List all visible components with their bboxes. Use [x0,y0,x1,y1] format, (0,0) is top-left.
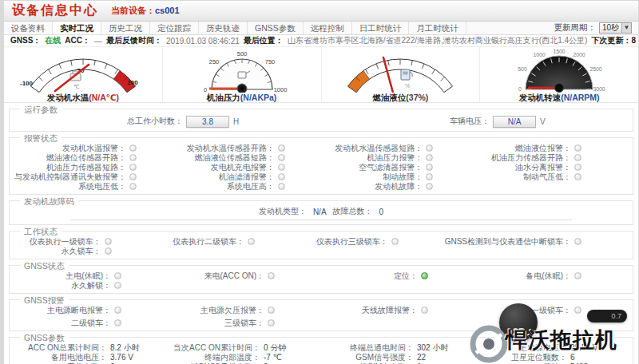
led-icon [129,144,137,152]
fuel-level-gauge-icon: % [326,48,474,93]
tab-daily-hours[interactable]: 日工时统计 [352,22,410,34]
oil-pressure-gauge-icon: 0 250 500 750 1000 [168,48,316,93]
section-title: 运行参数 [20,105,62,116]
section-alarm-status: 报警状态 发动机水温报警： 发动机水温传感器开路： 发动机水温传感器短路： 燃油… [9,137,633,195]
led-icon [114,272,121,279]
gnss-param: ACC ON总累计时间：8.2 小时 [14,343,168,352]
total-work-hours-value: 3.8 [186,116,229,128]
gauge-row: -100 50 200 ℃ 发动机水温(N/A℃) [4,47,638,103]
led-icon [574,144,581,152]
gnss-status-item: 来电(ACC ON)： [168,271,321,280]
svg-text:1500: 1500 [554,49,566,54]
chevron-down-icon[interactable]: ▼ [621,23,631,33]
gauge-caption: 发动机转速(N/ARPM) [519,93,600,102]
svg-text:3000: 3000 [593,86,605,92]
gnss-status-item: 主电(休眠)： [14,271,168,280]
gauge-caption: 机油压力(N/AKPa) [207,93,277,102]
tab-history-status[interactable]: 历史工况 [101,22,150,34]
led-icon [421,307,428,314]
alarm-item: 发动机水温传感器短路： [331,144,480,152]
section-title: GNSS参数 [20,333,69,344]
gnss-status-item: 永久解锁： [14,281,168,290]
gauge-water-temp: -100 50 200 ℃ 发动机水温(N/A℃) [4,47,163,102]
tab-gnss-params[interactable]: GNSS参数 [248,22,304,34]
alarm-item: 机油压力传感器开路： [479,153,628,162]
led-icon [278,183,285,190]
next-update: 下次更新：8 [591,35,636,46]
work-status-item: 仪表执行二级锁车： [158,237,302,246]
gauge-fuel-level: % 燃油液位(37%) [322,47,481,102]
gnss-param: 备用电池电压：3.76 V [14,353,168,362]
alarm-item: 发电机充电报警： [183,163,331,172]
section-title: 发动机故障码 [20,196,78,208]
svg-text:500: 500 [518,66,527,72]
led-icon [129,173,137,180]
refresh-period-group: 更新周期： 10秒 ▼ [554,22,638,34]
refresh-period-label: 更新周期： [554,22,596,34]
acc-value: — [94,37,102,46]
section-title: GNSS状态 [20,261,69,272]
alarm-item: 发动机水温传感器开路： [183,144,331,152]
section-title: GNSS报警 [20,295,69,307]
tab-location-tracking[interactable]: 定位跟踪 [150,22,199,34]
alarm-item: 燃油液位传感器短路： [183,153,331,162]
last-feedback-time: 2019.01.03 08:46:21 [166,37,240,46]
gnss-alarm-item: 二级锁车： [14,318,168,327]
current-device-value: cs001 [155,6,180,15]
svg-text:250: 250 [208,58,219,65]
gnss-param: 主电源电压：25.59 V [474,343,628,352]
gnss-status-item-positioning: 定位： [321,271,474,280]
alarm-item: 空气滤清器报警： [331,163,480,172]
section-run-params: 运行参数 总工作小时数： 3.8 H 车辆电压： N/A V [9,109,633,132]
tab-realtime-status[interactable]: 实时工况 [53,22,101,34]
titlebar: 设备信息中心 当前设备：cs001 [4,1,638,22]
divider [70,220,572,220]
tab-device-info[interactable]: 设备资料 [4,22,53,34]
led-icon [268,272,275,279]
tab-remote-control[interactable]: 远程控制 [304,22,352,34]
alarm-item: 系统电压高： [183,182,331,191]
led-icon [574,164,581,171]
gauge-caption: 燃油液位(37%) [372,93,428,102]
vehicle-voltage-field: 车辆电压： N/A V [321,116,628,128]
gnss-param: 卫星定位颗数：6 [474,353,628,362]
engine-type-value: N/A [313,208,327,216]
gnss-param: 终端内部温度：-7 ℃ [168,353,321,362]
svg-text:750: 750 [264,58,275,65]
refresh-period-value: 10秒 [602,22,619,34]
alarm-item: 机油压力报警： [331,153,480,162]
alarm-item: 燃油液位传感器开路： [14,153,183,162]
led-icon [574,307,581,314]
svg-text:200: 200 [127,79,138,86]
led-icon [278,173,285,180]
tab-monthly-hours[interactable]: 月工时统计 [409,22,466,34]
svg-text:0: 0 [204,86,207,93]
led-icon [105,238,112,245]
engine-rpm-gauge-icon: 0 500 1000 1500 2000 2500 3000 [485,48,633,93]
gnss-label: GNSS： [10,35,41,46]
section-engine-fault: 发动机故障码 发动机类型： N/A 故障总数： 0 [9,200,633,225]
gnss-alarm-item: 天线故障报警： [321,306,474,315]
section-title: 报警状态 [20,133,62,144]
svg-text:1000: 1000 [273,86,287,93]
led-icon [129,154,137,161]
alarm-item: 制动故障： [331,172,480,181]
led-icon [426,173,433,180]
gnss-alarm-item: 一级锁车： [474,306,628,315]
alarm-item: 制动气压低： [479,172,628,181]
gnss-alarm-item: 主电源断电报警： [14,306,168,315]
svg-text:-100: -100 [20,80,34,87]
work-status-item: 仪表执行一级锁车： [14,237,158,246]
alarm-item: 燃油液位报警： [479,144,628,152]
refresh-period-select[interactable]: 10秒 ▼ [599,22,632,34]
alarm-item: 机油滤清报警： [183,172,331,181]
alarm-item: 发动机水温报警： [14,144,183,152]
gnss-online-badge: 在线 [45,35,61,46]
svg-text:1000: 1000 [534,52,546,57]
led-icon [278,154,285,161]
device-info-page: 设备信息中心 当前设备：cs001 设备资料 实时工况 历史工况 定位跟踪 历史… [0,0,639,364]
alarm-item: 系统电压低： [14,182,183,191]
led-icon [426,144,433,152]
tab-history-track[interactable]: 历史轨迹 [199,22,248,34]
acc-label: ACC： [65,35,90,46]
